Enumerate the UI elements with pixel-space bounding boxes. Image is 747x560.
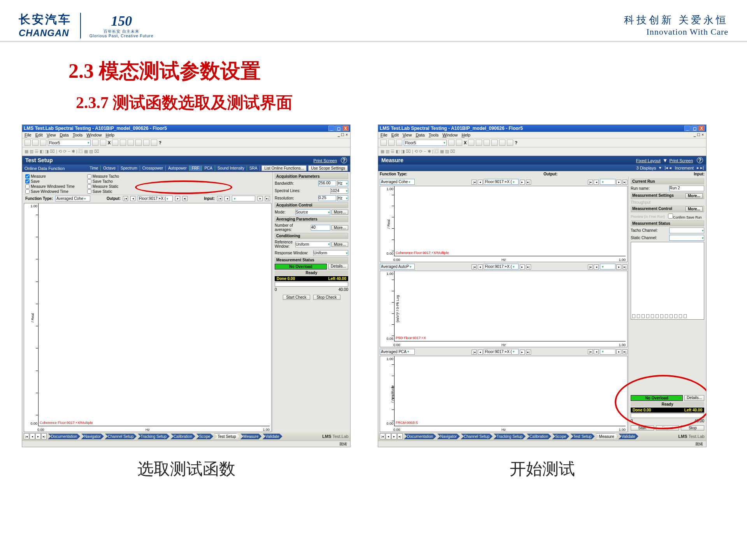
function-tabs[interactable]: Time Octave Spectrum Crosspower Autopowe… bbox=[87, 166, 260, 171]
menu-help[interactable]: Help bbox=[461, 133, 470, 137]
details-button[interactable]: Details... bbox=[684, 395, 704, 401]
tab-channel-setup[interactable]: Channel Setup bbox=[105, 434, 137, 439]
reject-button[interactable]: Reject bbox=[656, 425, 679, 430]
confirm-save-run-check[interactable] bbox=[668, 214, 673, 219]
paste-icon[interactable] bbox=[128, 140, 134, 146]
check-save-windowed[interactable] bbox=[25, 189, 30, 194]
workflow-tabs[interactable]: |◂ ◂ ▸ ▸| Documentation Navigator Channe… bbox=[378, 432, 706, 441]
new-icon[interactable] bbox=[25, 140, 31, 146]
help-icon[interactable]: ? bbox=[697, 157, 703, 163]
menubar[interactable]: File Edit View Data Tools Window Help _ … bbox=[22, 132, 350, 138]
menu-view[interactable]: View bbox=[47, 133, 56, 137]
mini-function-type[interactable]: Averaged AutoP bbox=[380, 264, 415, 270]
tab-tracking-setup[interactable]: Tracking Setup bbox=[137, 434, 170, 439]
mode-select[interactable]: Source bbox=[295, 209, 330, 215]
start-button[interactable]: Start bbox=[631, 425, 654, 430]
tab-test-setup[interactable]: Test Setup bbox=[214, 433, 239, 440]
mini-input[interactable] bbox=[600, 349, 615, 355]
tab-sound-intensity[interactable]: Sound Intensity bbox=[215, 166, 247, 171]
list-online-functions-button[interactable]: List Online Functions... bbox=[261, 165, 307, 171]
menu-window[interactable]: Window bbox=[86, 133, 102, 137]
print-screen-link[interactable]: Print Screen bbox=[314, 158, 337, 163]
mini-output[interactable]: Floor:9017:+X ( bbox=[484, 179, 519, 185]
input-last[interactable]: ▸| bbox=[265, 196, 270, 201]
output-last[interactable]: ▸| bbox=[182, 196, 188, 201]
tabs-first[interactable]: |◂ bbox=[24, 433, 29, 439]
tab-tracking-setup[interactable]: Tracking Setup bbox=[493, 434, 526, 439]
check-measure-static[interactable] bbox=[87, 184, 91, 189]
toolbar-icon[interactable] bbox=[100, 140, 106, 146]
toolbar-icon[interactable] bbox=[468, 140, 474, 146]
preview-icon[interactable] bbox=[491, 140, 498, 146]
tab-navigator[interactable]: Navigator bbox=[437, 434, 460, 439]
check-measure[interactable] bbox=[25, 174, 30, 178]
preview-icon[interactable] bbox=[135, 140, 142, 146]
mini-prev[interactable]: |◂ bbox=[472, 264, 477, 270]
increment-link[interactable]: Increment bbox=[675, 166, 694, 170]
paste-icon[interactable] bbox=[484, 140, 490, 146]
check-measure-windowed[interactable] bbox=[25, 184, 30, 189]
resp-window-select[interactable]: Uniform bbox=[313, 250, 348, 256]
fixed-layout-link[interactable]: Fixed Layout bbox=[636, 158, 661, 163]
input-select[interactable] bbox=[232, 196, 255, 201]
mini-input[interactable] bbox=[600, 264, 615, 270]
tab-pca[interactable]: PCA bbox=[202, 166, 215, 171]
menu-data[interactable]: Data bbox=[416, 133, 424, 137]
menu-edit[interactable]: Edit bbox=[35, 133, 43, 137]
menubar[interactable]: File Edit View Data Tools Window Help _ … bbox=[378, 132, 706, 138]
output-next[interactable]: ▸ bbox=[175, 196, 180, 201]
settings-more-button[interactable]: More... bbox=[686, 193, 703, 198]
mini-output[interactable]: Floor:9017:+X ( bbox=[484, 264, 519, 270]
start-check-button[interactable]: Start Check bbox=[283, 295, 310, 300]
menu-file[interactable]: File bbox=[381, 133, 388, 137]
print-screen-link[interactable]: Print Screen bbox=[670, 158, 693, 163]
print-icon[interactable] bbox=[143, 140, 149, 146]
tab-autopower[interactable]: Autopower bbox=[166, 166, 189, 171]
toolbar-icon[interactable] bbox=[92, 140, 98, 146]
use-scope-settings-button[interactable]: Use Scope Settings bbox=[308, 165, 348, 171]
mini-input[interactable] bbox=[600, 179, 615, 185]
save-icon[interactable] bbox=[396, 140, 402, 146]
resolution-unit[interactable]: Hz bbox=[337, 195, 348, 201]
tab-sra[interactable]: SRA bbox=[247, 166, 260, 171]
stop-check-button[interactable]: Stop Check bbox=[313, 295, 340, 300]
ref-window-select[interactable]: Uniform bbox=[295, 242, 330, 247]
open-icon[interactable] bbox=[32, 140, 39, 146]
averages-more-button[interactable]: More... bbox=[331, 225, 348, 230]
details-button[interactable]: Details... bbox=[328, 264, 348, 270]
output-first[interactable]: |◂ bbox=[123, 196, 128, 201]
check-save[interactable] bbox=[25, 179, 30, 184]
output-prev[interactable]: ◂ bbox=[130, 196, 135, 201]
mini-function-type[interactable]: Averaged Cohe bbox=[380, 179, 415, 185]
check-measure-tacho[interactable] bbox=[87, 174, 91, 178]
minimize-button[interactable]: _ bbox=[328, 126, 335, 131]
tab-time[interactable]: Time bbox=[87, 166, 101, 171]
check-save-static[interactable] bbox=[87, 189, 91, 194]
menu-view[interactable]: View bbox=[403, 133, 412, 137]
maximize-button[interactable]: ▢ bbox=[335, 126, 342, 131]
tab-validate[interactable]: Validate bbox=[618, 434, 638, 439]
tacho-channel-select[interactable] bbox=[669, 228, 704, 233]
tab-calibration[interactable]: Calibration bbox=[170, 434, 195, 439]
function-type-select[interactable]: Averaged Cohe bbox=[55, 196, 90, 201]
help-icon[interactable]: ? bbox=[341, 157, 347, 163]
open-icon[interactable] bbox=[388, 140, 395, 146]
tab-scope[interactable]: Scope bbox=[196, 434, 213, 439]
menu-data[interactable]: Data bbox=[60, 133, 68, 137]
tab-calibration[interactable]: Calibration bbox=[526, 434, 551, 439]
bandwidth-input[interactable]: 256.00 bbox=[318, 180, 336, 186]
tab-measure[interactable]: Measure bbox=[596, 433, 618, 440]
copy-icon[interactable] bbox=[476, 140, 482, 146]
print-icon[interactable] bbox=[499, 140, 505, 146]
output-select[interactable]: Floor:9017:+X ( bbox=[138, 196, 173, 201]
menu-tools[interactable]: Tools bbox=[429, 133, 439, 137]
input-first[interactable]: |◂ bbox=[217, 196, 222, 201]
tab-measure[interactable]: Measure bbox=[240, 434, 262, 439]
toolbar-icon[interactable] bbox=[448, 140, 454, 146]
stop-button[interactable]: Stop bbox=[681, 425, 704, 430]
workflow-tabs[interactable]: |◂ ◂ ▸ ▸| Documentation Navigator Channe… bbox=[22, 432, 350, 441]
tabs-prev[interactable]: ◂ bbox=[30, 433, 35, 439]
menu-tools[interactable]: Tools bbox=[73, 133, 83, 137]
tab-test-setup[interactable]: Test Setup bbox=[570, 434, 594, 439]
toolbar-icon[interactable] bbox=[151, 140, 157, 146]
